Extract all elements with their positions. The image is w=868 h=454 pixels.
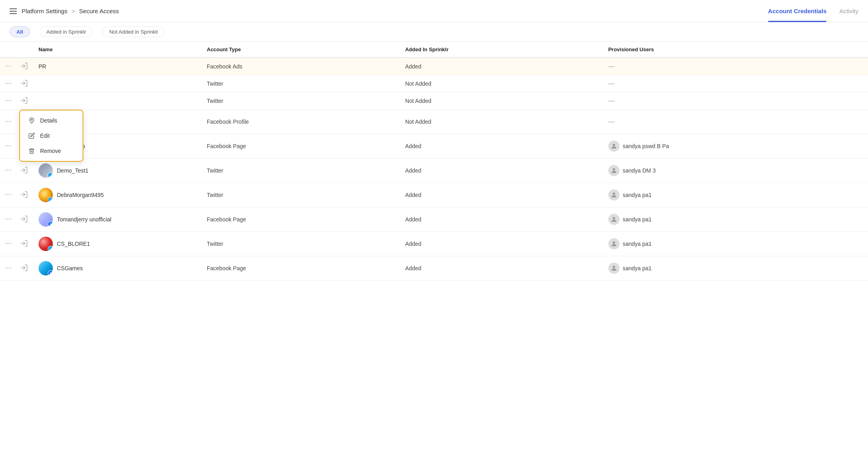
header-left: Platform Settings > Secure Access — [10, 8, 119, 14]
breadcrumb-part1: Platform Settings — [22, 8, 67, 14]
provisioned-user-avatar — [608, 238, 620, 249]
svg-point-7 — [613, 168, 615, 171]
provisioned-user-name: sandya pa1 — [623, 216, 652, 223]
row-login-icon — [16, 256, 32, 281]
filter-added[interactable]: Added in Sprinklr — [40, 26, 93, 37]
provisioned-users-dash: — — [608, 80, 615, 87]
row-account-type: Facebook Page — [200, 207, 399, 232]
row-dots-menu[interactable]: ⋮ — [0, 110, 16, 134]
row-added-in-sprinklr: Not Added — [399, 92, 602, 110]
table-row: ⋮ 🐦Demo_Test1TwitterAdded sandya DM 3 — [0, 159, 868, 183]
row-provisioned-users: sandya pswd B Pa — [602, 134, 868, 159]
row-provisioned-users: — — [602, 75, 868, 92]
row-dots-menu[interactable]: ⋮ — [0, 159, 16, 183]
breadcrumb-part2: Secure Access — [79, 8, 119, 14]
row-added-in-sprinklr: Added — [399, 232, 602, 256]
row-login-icon — [16, 207, 32, 232]
svg-point-13 — [613, 241, 615, 244]
row-name-cell: 🐦Demo_Test1 — [32, 159, 200, 183]
row-name-cell: 🐦CS_BLORE1 — [32, 232, 200, 256]
row-name-text: DebraMorgan9495 — [57, 192, 104, 198]
provisioned-users-dash: — — [608, 118, 615, 125]
provisioned-user-name: sandya pswd B Pa — [623, 143, 669, 149]
avatar-badge-tw: 🐦 — [48, 197, 53, 202]
row-added-in-sprinklr: Added — [399, 183, 602, 207]
table-container: Name Account Type Added In Sprinklr Prov… — [0, 42, 868, 281]
row-login-icon — [16, 232, 32, 256]
row-added-in-sprinklr: Added — [399, 159, 602, 183]
filter-not-added[interactable]: Not Added in Sprinklr — [103, 26, 165, 37]
row-added-in-sprinklr: Added — [399, 58, 602, 75]
row-provisioned-users: — — [602, 58, 868, 75]
col-name: Name — [32, 42, 200, 58]
context-menu-edit-label: Edit — [40, 133, 50, 139]
row-account-type: Twitter — [200, 75, 399, 92]
provisioned-user-avatar — [608, 165, 620, 176]
row-dots-menu[interactable]: ⋮ — [0, 183, 16, 207]
row-added-in-sprinklr: Not Added — [399, 75, 602, 92]
row-name-text: CSGames — [57, 265, 83, 271]
row-provisioned-users: sandya pa1 — [602, 207, 868, 232]
svg-point-9 — [613, 193, 615, 195]
row-dots-menu[interactable]: ⋮ — [0, 75, 16, 92]
row-account-type: Facebook Page — [200, 134, 399, 159]
col-added: Added In Sprinklr — [399, 42, 602, 58]
row-account-type: Facebook Profile — [200, 110, 399, 134]
row-name-text: PR — [38, 63, 46, 70]
context-menu-details[interactable]: Details — [20, 113, 83, 128]
context-menu-remove-label: Remove — [40, 148, 61, 154]
row-dots-menu[interactable]: ⋮ — [0, 92, 16, 110]
row-dots-menu[interactable]: ⋮ — [0, 58, 16, 75]
context-menu-remove[interactable]: Remove — [20, 143, 83, 159]
svg-point-15 — [613, 266, 615, 268]
col-account-type: Account Type — [200, 42, 399, 58]
table-row: ⋮ NfnineFacebook ProfileNot Added— — [0, 110, 868, 134]
context-menu-details-label: Details — [40, 117, 57, 124]
row-login-icon — [16, 92, 32, 110]
table-row: ⋮ fCSGamesFacebook PageAdded sandya pa1 — [0, 256, 868, 281]
provisioned-user-name: sandya pa1 — [623, 241, 652, 247]
tab-account-credentials[interactable]: Account Credentials — [768, 0, 827, 22]
svg-point-11 — [613, 217, 615, 219]
avatar-badge-tw: 🐦 — [48, 246, 53, 251]
filter-bar: All Added in Sprinklr Not Added in Sprin… — [0, 22, 868, 42]
avatar-badge-fb: f — [48, 270, 53, 275]
row-name-cell: PR — [32, 58, 200, 75]
col-provisioned: Provisioned Users — [602, 42, 868, 58]
row-login-icon — [16, 75, 32, 92]
row-name-text: Demo_Test1 — [57, 167, 89, 174]
row-login-icon — [16, 183, 32, 207]
table-row: ⋮ PRFacebook AdsAdded— — [0, 58, 868, 75]
provisioned-user-avatar — [608, 214, 620, 225]
row-name-cell — [32, 92, 200, 110]
row-provisioned-users: — — [602, 110, 868, 134]
provisioned-user-name: sandya pa1 — [623, 265, 652, 271]
row-dots-menu[interactable]: ⋮ — [0, 256, 16, 281]
row-added-in-sprinklr: Not Added — [399, 110, 602, 134]
row-dots-menu[interactable]: ⋮ — [0, 134, 16, 159]
edit-icon — [28, 132, 35, 139]
filter-all[interactable]: All — [10, 26, 30, 37]
row-name-cell — [32, 75, 200, 92]
provisioned-users-dash: — — [608, 97, 615, 104]
avatar-badge-tw: 🐦 — [48, 173, 53, 178]
row-login-icon — [16, 58, 32, 75]
remove-icon — [28, 147, 35, 155]
row-provisioned-users: sandya pa1 — [602, 256, 868, 281]
table-row: ⋮ TwitterNot Added— — [0, 75, 868, 92]
row-account-type: Twitter — [200, 92, 399, 110]
provisioned-user-avatar — [608, 141, 620, 152]
provisioned-user-name: sandya DM 3 — [623, 167, 656, 174]
row-account-type: Twitter — [200, 232, 399, 256]
row-provisioned-users: sandya pa1 — [602, 183, 868, 207]
table-row: ⋮ TwitterNot Added— — [0, 92, 868, 110]
menu-icon[interactable] — [10, 8, 17, 14]
row-dots-menu[interactable]: ⋮ — [0, 232, 16, 256]
row-provisioned-users: — — [602, 92, 868, 110]
breadcrumb: Platform Settings > Secure Access — [22, 8, 119, 14]
context-menu-edit[interactable]: Edit — [20, 128, 83, 143]
row-dots-menu[interactable]: ⋮ — [0, 207, 16, 232]
provisioned-users-dash: — — [608, 63, 615, 70]
tab-activity[interactable]: Activity — [839, 0, 858, 22]
col-icon — [16, 42, 32, 58]
